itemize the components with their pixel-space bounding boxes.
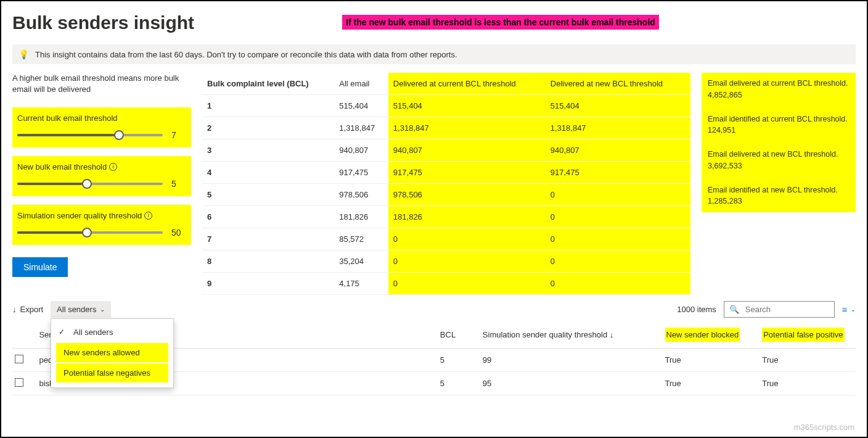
simulate-button[interactable]: Simulate xyxy=(12,257,68,277)
info-bar-text: This insight contains data from the last… xyxy=(35,50,457,59)
table-row: 1515,404515,404515,404 xyxy=(202,95,690,117)
summary-stat: Email identified at current BCL threshol… xyxy=(708,114,850,137)
filter-option-all[interactable]: All senders xyxy=(51,323,173,342)
lightbulb-icon: 💡 xyxy=(18,49,29,59)
sender-filter-dropdown[interactable]: All senders ⌄ All senders New senders al… xyxy=(51,301,111,318)
summary-stat: Email identified at new BCL threshold.1,… xyxy=(708,184,850,208)
cell-new-blocked: True xyxy=(665,379,763,388)
col-false-positive[interactable]: Potential false positive xyxy=(762,328,844,342)
col-new-blocked[interactable]: New sender blocked xyxy=(665,328,740,342)
filter-option-new-allowed[interactable]: New senders allowed xyxy=(56,343,168,362)
table-row: 785,57200 xyxy=(202,228,690,250)
search-input[interactable] xyxy=(744,304,829,315)
cell-false-positive: True xyxy=(762,379,853,388)
search-box[interactable]: 🔍 xyxy=(724,301,835,318)
export-label: Export xyxy=(20,305,44,314)
cell-new-blocked: True xyxy=(665,355,763,365)
chevron-down-icon: ⌄ xyxy=(100,306,105,313)
search-icon: 🔍 xyxy=(729,305,739,314)
new-threshold-block: New bulk email threshold i 5 xyxy=(12,156,191,196)
bcl-col-new[interactable]: Delivered at new BCL threshold xyxy=(546,73,690,95)
item-count: 1000 items xyxy=(677,305,716,314)
cell-bcl: 5 xyxy=(440,379,483,388)
scenario-banner: If the new bulk email threshold is less … xyxy=(342,15,659,30)
table-row: 21,318,8471,318,8471,318,847 xyxy=(202,117,690,139)
current-threshold-block: Current bulk email threshold 7 xyxy=(12,107,191,147)
current-threshold-label: Current bulk email threshold xyxy=(17,114,118,123)
sim-quality-value: 50 xyxy=(171,228,186,238)
summary-panel: Email delivered at current BCL threshold… xyxy=(702,73,856,212)
bcl-col-current[interactable]: Delivered at current BCL threshold xyxy=(388,73,546,95)
table-row: 5978,506978,5060 xyxy=(202,184,690,206)
summary-stat: Email delivered at new BCL threshold.3,6… xyxy=(708,149,850,172)
table-row: 94,17500 xyxy=(202,273,690,295)
info-bar: 💡 This insight contains data from the la… xyxy=(12,44,856,64)
filter-option-false-neg[interactable]: Potential false negatives xyxy=(56,363,168,382)
list-view-icon[interactable]: ≡ xyxy=(842,305,847,315)
sim-quality-label: Simulation sender quality threshold xyxy=(17,211,142,220)
sender-filter-selected: All senders xyxy=(57,305,96,314)
cell-bcl: 5 xyxy=(440,355,483,365)
bcl-col-level[interactable]: Bulk complaint level (BCL) xyxy=(202,73,334,95)
info-icon[interactable]: i xyxy=(109,163,117,171)
new-threshold-slider[interactable] xyxy=(17,183,163,185)
col-sim-quality[interactable]: Simulation sender quality threshold ↓ xyxy=(483,330,665,339)
current-threshold-slider[interactable] xyxy=(17,134,163,136)
table-row: 835,20400 xyxy=(202,250,690,273)
sim-quality-slider[interactable] xyxy=(17,231,163,234)
current-threshold-value: 7 xyxy=(171,130,186,140)
cell-false-positive: True xyxy=(762,355,853,365)
new-threshold-label: New bulk email threshold xyxy=(17,162,107,171)
page-title: Bulk senders insight xyxy=(12,12,194,33)
watermark: m365scripts.com xyxy=(794,423,854,432)
bcl-col-all[interactable]: All email xyxy=(334,73,388,95)
row-checkbox[interactable] xyxy=(15,378,23,387)
threshold-description: A higher bulk email threshold means more… xyxy=(12,73,191,95)
row-checkbox[interactable] xyxy=(15,355,23,363)
table-row: 6181,826181,8260 xyxy=(202,206,690,228)
table-row: 4917,475917,475917,475 xyxy=(202,162,690,184)
cell-sim: 95 xyxy=(483,379,665,388)
export-button[interactable]: ↓ Export xyxy=(12,305,43,314)
info-icon[interactable]: i xyxy=(144,212,152,220)
bcl-table: Bulk complaint level (BCL) All email Del… xyxy=(202,73,690,295)
sim-quality-block: Simulation sender quality threshold i 50 xyxy=(12,205,191,245)
new-threshold-value: 5 xyxy=(171,179,186,189)
table-row: 3940,807940,807940,807 xyxy=(202,139,690,162)
chevron-down-icon[interactable]: ⌄ xyxy=(851,306,856,313)
summary-stat: Email delivered at current BCL threshold… xyxy=(708,78,850,101)
download-icon: ↓ xyxy=(12,305,17,314)
cell-sim: 99 xyxy=(483,355,665,365)
col-bcl[interactable]: BCL xyxy=(440,330,483,339)
sender-filter-menu: All senders New senders allowed Potentia… xyxy=(51,318,174,388)
